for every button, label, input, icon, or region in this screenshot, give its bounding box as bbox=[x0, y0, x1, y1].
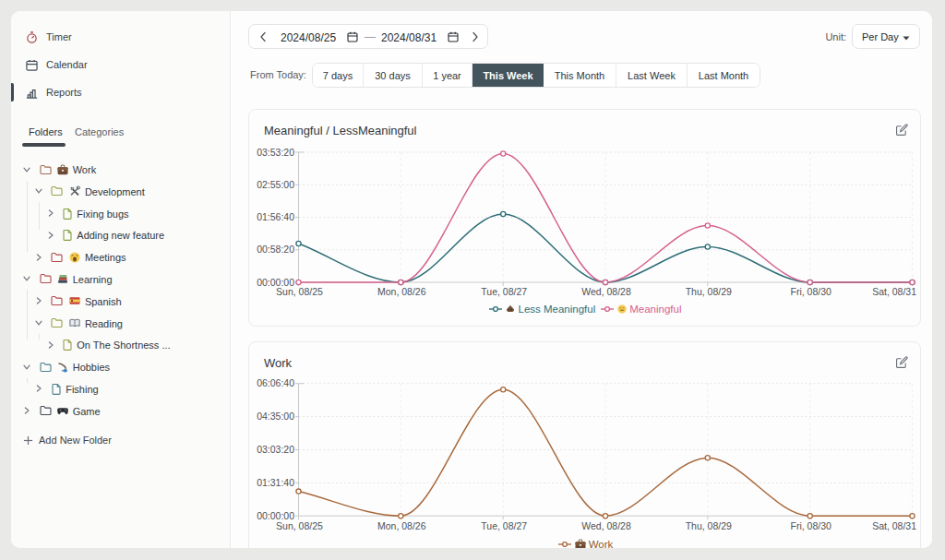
svg-text:Sun, 08/25: Sun, 08/25 bbox=[276, 520, 323, 531]
svg-text:06:06:40: 06:06:40 bbox=[257, 377, 294, 388]
svg-text:Tue, 08/27: Tue, 08/27 bbox=[481, 286, 527, 297]
svg-text:Fri, 08/30: Fri, 08/30 bbox=[791, 520, 832, 531]
svg-text:Fri, 08/30: Fri, 08/30 bbox=[791, 286, 832, 297]
svg-text:03:53:20: 03:53:20 bbox=[257, 147, 294, 158]
svg-text:Mon, 08/26: Mon, 08/26 bbox=[377, 520, 426, 531]
svg-text:Thu, 08/29: Thu, 08/29 bbox=[686, 520, 732, 531]
svg-text:01:31:40: 01:31:40 bbox=[257, 477, 294, 488]
svg-text:02:55:00: 02:55:00 bbox=[257, 179, 294, 190]
svg-text:Thu, 08/29: Thu, 08/29 bbox=[686, 286, 732, 297]
svg-text:01:56:40: 01:56:40 bbox=[257, 211, 294, 222]
svg-text:Mon, 08/26: Mon, 08/26 bbox=[377, 286, 426, 297]
svg-text:03:03:20: 03:03:20 bbox=[257, 444, 294, 455]
svg-text:00:58:20: 00:58:20 bbox=[257, 244, 294, 255]
svg-text:Sat, 08/31: Sat, 08/31 bbox=[872, 286, 916, 297]
svg-text:Wed, 08/28: Wed, 08/28 bbox=[581, 286, 631, 297]
svg-text:Wed, 08/28: Wed, 08/28 bbox=[581, 520, 631, 531]
svg-text:04:35:00: 04:35:00 bbox=[257, 411, 294, 422]
svg-text:Tue, 08/27: Tue, 08/27 bbox=[481, 520, 527, 531]
svg-text:Sun, 08/25: Sun, 08/25 bbox=[276, 286, 323, 297]
svg-text:Sat, 08/31: Sat, 08/31 bbox=[872, 520, 916, 531]
svg-text:00:00:00: 00:00:00 bbox=[257, 510, 294, 521]
